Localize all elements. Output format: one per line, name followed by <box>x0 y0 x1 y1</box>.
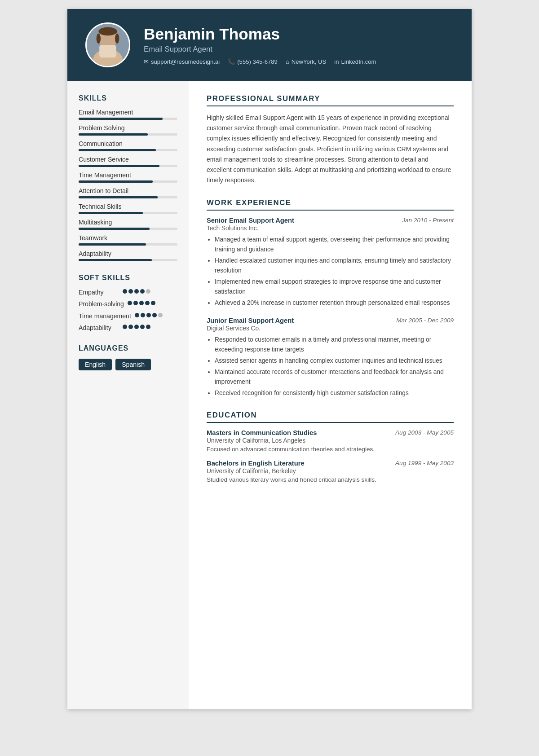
skill-item: Time Management <box>79 171 177 183</box>
skill-item: Multitasking <box>79 219 177 230</box>
dot-empty <box>146 289 150 294</box>
skills-section: SKILLS Email Management Problem Solving … <box>79 94 177 261</box>
phone-icon: 📞 <box>228 58 235 65</box>
job-company: Tech Solutions Inc. <box>207 225 454 232</box>
job-title: Senior Email Support Agent <box>207 217 294 224</box>
location-contact: ⌂ NewYork, US <box>286 58 326 65</box>
edu-school: University of California, Los Angeles <box>207 437 454 444</box>
skill-item: Problem Solving <box>79 124 177 136</box>
skill-bar <box>79 196 177 198</box>
job-bullet: Responded to customer emails in a timely… <box>215 335 454 355</box>
dot-filled <box>133 301 138 305</box>
dots <box>135 313 163 317</box>
job-bullets: Responded to customer emails in a timely… <box>207 335 454 398</box>
skill-bar-fill <box>79 212 143 214</box>
skill-name: Customer Service <box>79 156 177 163</box>
skill-bar <box>79 118 177 120</box>
soft-skills-list: Empathy Problem-solving Time management … <box>79 288 177 332</box>
svg-rect-3 <box>99 45 116 57</box>
contact-info: ✉ support@resumedesign.ai 📞 (555) 345-67… <box>144 58 376 65</box>
work-heading: WORK EXPERIENCE <box>207 198 454 211</box>
svg-point-5 <box>97 34 101 44</box>
dot-filled <box>146 325 150 329</box>
header-info: Benjamin Thomas Email Support Agent ✉ su… <box>144 25 376 65</box>
avatar <box>85 22 130 67</box>
language-tag: English <box>79 359 112 370</box>
skill-bar-fill <box>79 133 148 136</box>
skill-bar-fill <box>79 165 159 167</box>
languages-section: LANGUAGES EnglishSpanish <box>79 344 177 370</box>
skill-bar-fill <box>79 228 150 230</box>
job-header: Senior Email Support Agent Jan 2010 - Pr… <box>207 217 454 224</box>
dot-filled <box>140 289 145 294</box>
skill-item: Customer Service <box>79 156 177 167</box>
dot-filled <box>135 313 139 317</box>
job-item: Senior Email Support Agent Jan 2010 - Pr… <box>207 217 454 308</box>
soft-skill-item: Empathy <box>79 288 177 296</box>
skill-bar <box>79 228 177 230</box>
linkedin-icon: in <box>334 58 339 65</box>
skill-bar-fill <box>79 243 146 246</box>
dot-filled <box>128 289 133 294</box>
dot-filled <box>128 325 133 329</box>
dot-filled <box>152 313 157 317</box>
work-experience-section: WORK EXPERIENCE Senior Email Support Age… <box>207 198 454 398</box>
edu-date: Aug 1999 - May 2003 <box>395 460 454 466</box>
language-tag: Spanish <box>115 359 151 370</box>
skill-item: Attention to Detail <box>79 187 177 198</box>
summary-text: Highly skilled Email Support Agent with … <box>207 113 454 186</box>
body: SKILLS Email Management Problem Solving … <box>67 81 472 709</box>
skill-name: Problem Solving <box>79 124 177 132</box>
skill-item: Communication <box>79 140 177 151</box>
soft-skill-name: Time management <box>79 312 131 320</box>
education-section: EDUCATION Masters in Communication Studi… <box>207 411 454 483</box>
skill-name: Time Management <box>79 171 177 179</box>
job-date: Mar 2005 - Dec 2009 <box>396 317 454 324</box>
dot-filled <box>145 301 150 305</box>
skill-name: Adaptability <box>79 250 177 257</box>
skill-bar <box>79 259 177 261</box>
dot-filled <box>123 289 127 294</box>
skills-heading: SKILLS <box>79 94 177 102</box>
edu-degree: Masters in Communication Studies <box>207 429 317 436</box>
dot-filled <box>140 325 145 329</box>
skill-name: Attention to Detail <box>79 187 177 194</box>
location-icon: ⌂ <box>286 58 289 65</box>
svg-point-6 <box>115 34 119 44</box>
candidate-title: Email Support Agent <box>144 45 376 54</box>
dot-filled <box>146 313 151 317</box>
job-bullet: Handled escalated customer inquiries and… <box>215 256 454 276</box>
edu-desc: Focused on advanced communication theori… <box>207 446 454 453</box>
skill-name: Multitasking <box>79 219 177 226</box>
soft-skills-heading: SOFT SKILLS <box>79 274 177 282</box>
dots <box>128 301 155 305</box>
phone-contact: 📞 (555) 345-6789 <box>228 58 278 65</box>
skill-name: Technical Skills <box>79 203 177 210</box>
languages-heading: LANGUAGES <box>79 344 177 352</box>
main-content: PROFESSIONAL SUMMARY Highly skilled Emai… <box>189 81 472 709</box>
job-bullet: Achieved a 20% increase in customer rete… <box>215 298 454 308</box>
dots <box>123 325 150 329</box>
skill-name: Email Management <box>79 109 177 116</box>
summary-heading: PROFESSIONAL SUMMARY <box>207 94 454 106</box>
skill-bar-fill <box>79 149 156 151</box>
email-icon: ✉ <box>144 58 149 65</box>
dot-filled <box>134 325 139 329</box>
skill-bar <box>79 149 177 151</box>
edu-header: Masters in Communication Studies Aug 200… <box>207 429 454 436</box>
job-company: Digital Services Co. <box>207 325 454 332</box>
dot-filled <box>123 325 127 329</box>
edu-item: Bachelors in English Literature Aug 1999… <box>207 460 454 483</box>
skill-item: Technical Skills <box>79 203 177 214</box>
skill-item: Teamwork <box>79 234 177 246</box>
dot-empty <box>158 313 163 317</box>
soft-skills-section: SOFT SKILLS Empathy Problem-solving Time… <box>79 274 177 332</box>
job-bullet: Managed a team of email support agents, … <box>215 235 454 255</box>
candidate-name: Benjamin Thomas <box>144 25 376 43</box>
skill-bar-fill <box>79 196 158 198</box>
soft-skill-name: Adaptability <box>79 324 119 332</box>
resume-container: Benjamin Thomas Email Support Agent ✉ su… <box>67 9 472 709</box>
skill-bar-fill <box>79 259 152 261</box>
linkedin-contact: in LinkedIn.com <box>334 58 376 65</box>
edu-item: Masters in Communication Studies Aug 200… <box>207 429 454 453</box>
